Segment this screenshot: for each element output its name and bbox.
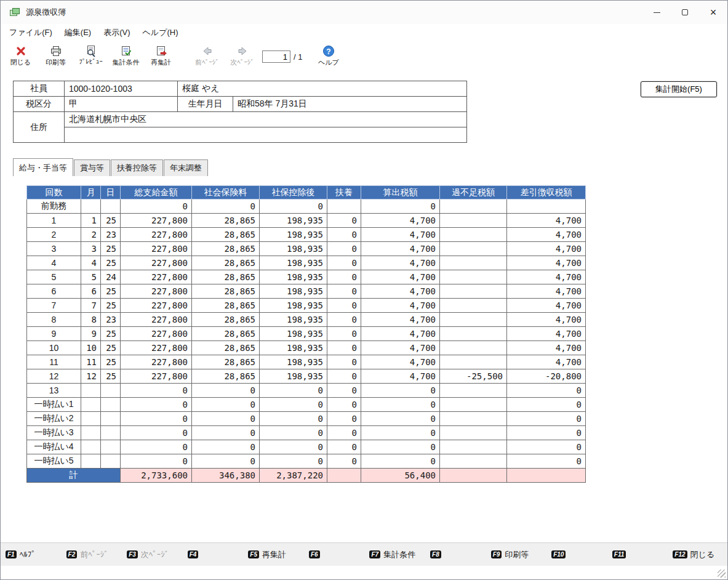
table-cell: 7 (27, 299, 81, 313)
page-number-input[interactable] (262, 50, 290, 63)
table-cell: 4 (27, 256, 81, 270)
table-cell: 0 (327, 327, 361, 341)
table-cell: 198,935 (260, 228, 327, 242)
table-cell: 4,700 (507, 313, 586, 327)
table-cell: 8 (81, 313, 101, 327)
table-cell: 一時払い1 (27, 398, 81, 412)
fkey-f12[interactable]: F12閉じる (668, 549, 728, 560)
table-cell: 4,700 (507, 256, 586, 270)
table-cell: 227,800 (121, 242, 192, 256)
table-cell: 198,935 (260, 313, 327, 327)
start-aggregation-button[interactable]: 集計開始(F5) (641, 81, 717, 97)
table-cell: 0 (260, 454, 327, 469)
close-window-button[interactable]: × (699, 1, 727, 24)
preview-button[interactable]: ﾌﾟﾚﾋﾞｭｰ (73, 43, 108, 67)
table-cell: 25 (101, 327, 121, 341)
fkey-f5[interactable]: F5再集計 (243, 549, 304, 560)
menu-item-file[interactable]: ファイル(F) (3, 24, 58, 41)
printer-icon (50, 45, 62, 57)
maximize-icon (682, 9, 688, 15)
column-header: 月 (81, 186, 101, 199)
table-cell (81, 454, 101, 469)
table-cell (440, 284, 507, 299)
table-cell: 227,800 (121, 228, 192, 242)
table-cell: 11 (27, 355, 81, 369)
menu-item-edit[interactable]: 編集(E) (58, 24, 97, 41)
table-cell (101, 199, 121, 214)
employee-name-value: 桜庭 やえ (178, 81, 467, 97)
tab-bonus[interactable]: 賞与等 (74, 159, 110, 176)
table-cell (440, 398, 507, 412)
table-cell: 11 (81, 355, 101, 369)
tab-salary-allowance[interactable]: 給与・手当等 (13, 158, 73, 176)
table-cell: 4,700 (361, 270, 440, 284)
fkey-f7[interactable]: F7集計条件 (364, 549, 425, 560)
table-cell: 0 (260, 398, 327, 412)
arrow-right-icon (236, 45, 249, 57)
table-cell: 4,700 (507, 242, 586, 256)
print-button[interactable]: 印刷等 (38, 43, 73, 67)
table-cell: 0 (260, 440, 327, 454)
next-page-label: 次ﾍﾟｰｼﾞ (230, 58, 254, 67)
table-cell: 227,800 (121, 355, 192, 369)
table-cell: 13 (27, 384, 81, 398)
table-cell: 25 (101, 256, 121, 270)
recalculate-button[interactable]: 再集計 (143, 43, 178, 67)
table-cell: 0 (361, 454, 440, 469)
document-red-arrow-icon (155, 45, 167, 57)
table-cell: 0 (327, 412, 361, 426)
table-cell: 0 (361, 412, 440, 426)
resize-grip[interactable] (718, 570, 726, 578)
fkey-badge: F7 (369, 550, 380, 558)
fkey-f9[interactable]: F9印刷等 (486, 549, 547, 560)
table-row: 8823227,80028,865198,93504,7004,700 (27, 313, 586, 327)
table-cell: 28,865 (192, 313, 260, 327)
table-cell: 198,935 (260, 327, 327, 341)
menu-item-help[interactable]: ヘルプ(H) (137, 24, 185, 41)
address-label: 住所 (14, 112, 65, 143)
table-cell: 0 (507, 454, 586, 469)
tab-year-end-adjustment[interactable]: 年末調整 (164, 159, 208, 176)
tab-dependent-deduction[interactable]: 扶養控除等 (111, 159, 163, 176)
minimize-button[interactable] (642, 1, 671, 24)
table-cell: 4,700 (507, 228, 586, 242)
table-cell: 198,935 (260, 270, 327, 284)
table-cell: 24 (101, 270, 121, 284)
fkey-label: 集計条件 (383, 549, 415, 560)
fkey-label: 再集計 (262, 549, 286, 560)
birth-date-value: 昭和58年 7月31日 (233, 97, 467, 112)
table-cell: 28,865 (192, 284, 260, 299)
table-cell: 0 (192, 426, 260, 440)
help-button[interactable]: ?ヘルプ (311, 43, 346, 67)
table-cell: 0 (507, 384, 586, 398)
column-header: 過不足税額 (440, 186, 507, 199)
menu-item-view[interactable]: 表示(V) (97, 24, 136, 41)
table-cell: 9 (81, 327, 101, 341)
table-cell: 28,865 (192, 327, 260, 341)
table-cell: 4,700 (361, 228, 440, 242)
table-cell: 一時払い3 (27, 426, 81, 440)
table-cell: 0 (121, 426, 192, 440)
aggregation-conditions-button[interactable]: 集計条件 (108, 43, 143, 67)
table-cell: 0 (327, 398, 361, 412)
fkey-badge: F8 (430, 550, 441, 558)
fkey-f1[interactable]: F1ﾍﾙﾌﾟ (1, 550, 62, 559)
table-cell: 25 (101, 369, 121, 384)
table-cell: 0 (327, 313, 361, 327)
table-row: 6625227,80028,865198,93504,7004,700 (27, 284, 586, 299)
table-cell: 0 (192, 454, 260, 469)
table-cell: 227,800 (121, 369, 192, 384)
table-cell: 4,700 (361, 214, 440, 228)
table-cell: 198,935 (260, 284, 327, 299)
fkey-badge: F12 (673, 550, 687, 558)
table-cell: 0 (260, 199, 327, 214)
table-cell: 0 (121, 412, 192, 426)
table-cell (507, 199, 586, 214)
menubar: ファイル(F)編集(E)表示(V)ヘルプ(H) (1, 24, 727, 41)
birth-date-label: 生年月日 (178, 97, 233, 112)
maximize-button[interactable] (671, 1, 699, 24)
close-button[interactable]: 閉じる (3, 43, 38, 67)
fkey-f8: F8 (425, 550, 486, 558)
table-cell: 0 (507, 426, 586, 440)
table-row: 9925227,80028,865198,93504,7004,700 (27, 327, 586, 341)
